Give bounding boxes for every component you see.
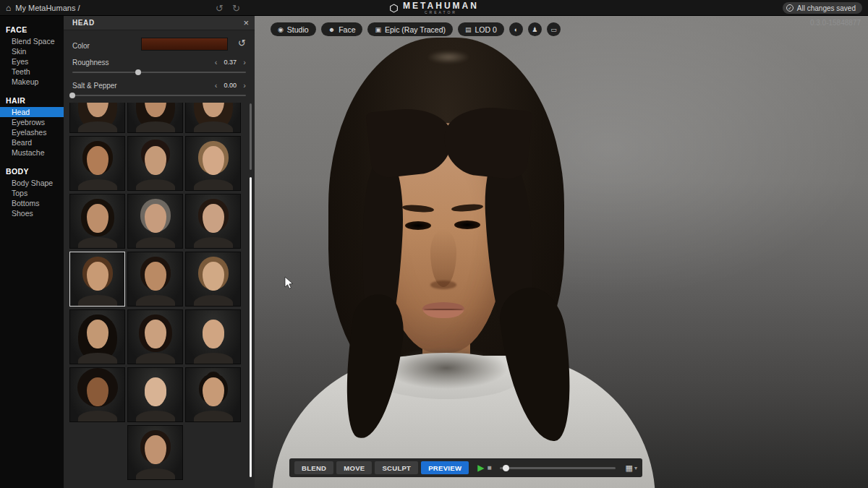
thumbnail-shoulders: [136, 353, 175, 364]
camera-view-button[interactable]: ▭: [547, 22, 561, 36]
mode-button-preview[interactable]: PREVIEW: [421, 461, 469, 474]
hairstyle-thumbnail[interactable]: [127, 309, 183, 364]
thumbnail-shoulders: [136, 468, 175, 480]
mode-button-blend[interactable]: BLEND: [294, 461, 333, 474]
hairstyle-thumbnail-selected[interactable]: [69, 252, 125, 307]
hairstyle-thumbnail[interactable]: [69, 367, 125, 422]
slider-value[interactable]: 0.37: [221, 59, 239, 66]
stepper-decrease-icon[interactable]: ‹: [215, 81, 218, 90]
bust-button[interactable]: ♟: [528, 22, 542, 36]
hairstyle-thumbnail[interactable]: [185, 309, 241, 364]
hairstyle-thumbnail[interactable]: [127, 103, 183, 133]
slider-label: Salt & Pepper: [72, 82, 117, 90]
hairstyle-thumbnail[interactable]: [127, 194, 183, 249]
hairstyle-thumbnail[interactable]: [185, 103, 241, 133]
quality-pill[interactable]: ▣Epic (Ray Traced): [367, 22, 453, 36]
sidebar-item-mustache[interactable]: Mustache: [0, 147, 64, 158]
mode-button-sculpt[interactable]: SCULPT: [375, 461, 418, 474]
close-icon[interactable]: ×: [243, 17, 249, 28]
hairstyle-thumbnail[interactable]: [127, 425, 183, 480]
sidebar-item-blend-space[interactable]: Blend Space: [0, 36, 64, 46]
hairstyle-scroll-area: [69, 103, 243, 488]
thumbnail-head: [203, 377, 224, 406]
stepper-increase-icon[interactable]: ›: [243, 81, 246, 90]
thumbnail-shoulders: [78, 411, 117, 422]
character-hair-highlight: [427, 51, 470, 64]
sidebar-item-eyelashes[interactable]: Eyelashes: [0, 127, 64, 137]
hairstyle-thumbnail[interactable]: [69, 103, 125, 133]
slider-value[interactable]: 0.00: [221, 82, 239, 89]
sidebar-item-eyebrows[interactable]: Eyebrows: [0, 117, 64, 127]
sidebar-item-bottoms[interactable]: Bottoms: [0, 198, 64, 208]
slider-handle[interactable]: [69, 93, 75, 98]
character-bangs-right: [441, 103, 532, 181]
thumbnail-shoulders: [136, 179, 175, 191]
sidebar-item-body-shape[interactable]: Body Shape: [0, 178, 64, 188]
redo-icon[interactable]: ↻: [232, 3, 240, 14]
hair-color-swatch[interactable]: [141, 38, 228, 51]
slider-track[interactable]: [72, 72, 246, 73]
thumbnail-head: [145, 435, 166, 464]
grid-scrollbar[interactable]: [250, 103, 252, 170]
hairstyle-thumbnail[interactable]: [185, 367, 241, 422]
sidebar-item-head[interactable]: Head: [0, 107, 64, 117]
hairstyle-thumbnail[interactable]: [185, 252, 241, 307]
stepper-decrease-icon[interactable]: ‹: [215, 58, 218, 67]
stepper-increase-icon[interactable]: ›: [243, 58, 246, 67]
face-pill[interactable]: ☻Face: [321, 22, 363, 36]
sidebar-item-eyes[interactable]: Eyes: [0, 56, 64, 67]
sidebar-item-tops[interactable]: Tops: [0, 188, 64, 198]
sidebar-item-makeup[interactable]: Makeup: [0, 77, 64, 87]
sidebar-item-shoes[interactable]: Shoes: [0, 208, 64, 218]
check-icon: ✓: [786, 4, 793, 12]
hairstyle-thumbnail[interactable]: [69, 136, 125, 191]
sidebar-item-skin[interactable]: Skin: [0, 46, 64, 56]
hairstyle-thumbnail[interactable]: [69, 309, 125, 364]
hairstyle-thumbnail[interactable]: [185, 194, 241, 249]
panel-sliders: Roughness‹0.37›Salt & Pepper‹0.00›: [64, 56, 255, 103]
undo-icon[interactable]: ↺: [216, 3, 224, 14]
thumbnail-head: [203, 146, 224, 175]
timeline-slider[interactable]: [500, 461, 615, 474]
character-lips: [422, 302, 464, 318]
lod-pill[interactable]: ▤LOD 0: [458, 22, 504, 36]
hairstyle-thumbnail[interactable]: [69, 194, 125, 249]
hairstyle-thumbnail[interactable]: [127, 367, 183, 422]
thumbnail-head: [87, 320, 109, 348]
stop-button[interactable]: ■: [487, 461, 491, 474]
thumbnail-head: [87, 204, 109, 233]
thumbnail-shoulders: [78, 237, 117, 249]
sidebar-item-teeth[interactable]: Teeth: [0, 67, 64, 77]
camera-grid-control[interactable]: ▦ ▾: [626, 463, 637, 473]
hairstyle-thumbnail[interactable]: [185, 136, 241, 191]
character-eyebrow-right: [451, 203, 484, 213]
slider-track[interactable]: [72, 95, 246, 96]
logo-subtext: CREATOR: [403, 10, 479, 14]
metahuman-logo: METAHUMAN CREATOR: [0, 0, 868, 16]
environment-button[interactable]: ◐: [509, 22, 523, 36]
timeline-track[interactable]: [500, 467, 615, 469]
monitor-icon: ▣: [375, 26, 381, 33]
hairstyle-thumbnail[interactable]: [127, 252, 183, 307]
character-side-hair-right: [482, 149, 537, 361]
mode-button-move[interactable]: MOVE: [336, 461, 372, 474]
breadcrumb[interactable]: My MetaHumans /: [15, 4, 80, 12]
thumbnail-shoulders: [194, 353, 233, 364]
panel-scrollbar[interactable]: [250, 177, 252, 477]
sidebar-item-beard[interactable]: Beard: [0, 137, 64, 147]
reset-color-icon[interactable]: ↺: [238, 38, 246, 48]
thumbnail-head: [145, 320, 166, 348]
slider-row: Salt & Pepper‹0.00›: [64, 80, 255, 103]
studio-pill[interactable]: ◉Studio: [271, 22, 316, 36]
thumbnail-shoulders: [136, 121, 175, 133]
play-button[interactable]: ▶: [477, 461, 484, 474]
lod-icon: ▤: [465, 26, 472, 33]
home-icon[interactable]: ⌂: [6, 0, 11, 16]
hairstyle-thumbnail[interactable]: [127, 136, 183, 191]
timeline-handle[interactable]: [503, 465, 509, 471]
slider-handle[interactable]: [135, 69, 141, 75]
character-eyebrow-left: [402, 204, 435, 213]
thumbnail-shoulders: [194, 411, 233, 422]
viewport[interactable]: ◉Studio☻Face▣Epic (Ray Traced)▤LOD 0◐♟▭ …: [255, 16, 868, 488]
thumbnail-head: [145, 146, 166, 175]
